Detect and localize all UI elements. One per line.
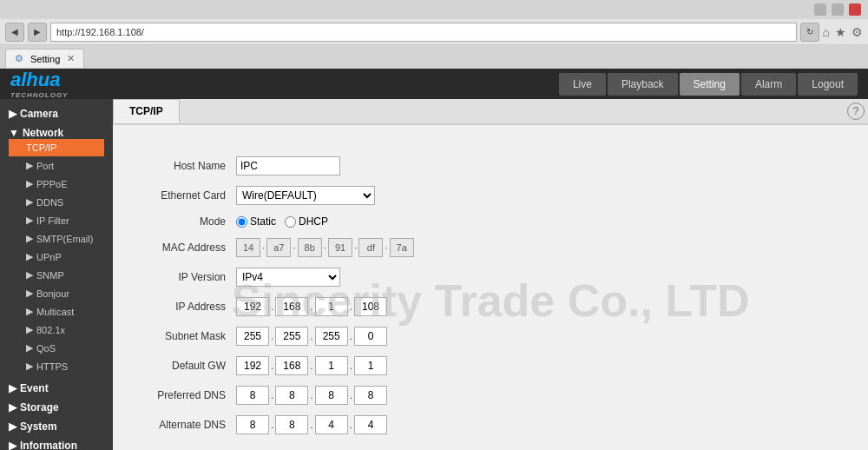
sidebar-item-smtp[interactable]: ▶ SMTP(Email) — [9, 229, 104, 248]
dns-2[interactable] — [315, 386, 348, 405]
browser-tab-setting[interactable]: ⚙ Setting ✕ — [5, 49, 84, 68]
close-btn[interactable] — [849, 3, 861, 16]
ethernet-select[interactable]: Wire(DEFAULT) — [236, 186, 375, 205]
gw-sep-2: . — [350, 360, 352, 372]
sidebar-item-tcpip[interactable]: TCP/IP — [9, 139, 104, 156]
qos-label: QoS — [36, 343, 56, 354]
sidebar-label-event[interactable]: ▶ Event — [9, 382, 104, 394]
mode-radio-group: Static DHCP — [236, 215, 849, 228]
subnet-group: . . . — [236, 327, 849, 346]
sidebar: ▶ Camera ▼ Network TCP/IP ▶ Port ▶ — [0, 99, 113, 450]
altdns-2[interactable] — [315, 415, 348, 434]
form-row-altdns: Alternate DNS . . . — [127, 414, 854, 436]
sidebar-section-event: ▶ Event — [0, 377, 113, 396]
nav-live[interactable]: Live — [559, 73, 606, 96]
back-button[interactable]: ◀ — [5, 23, 24, 42]
address-bar[interactable]: http://192.168.1.108/ — [50, 23, 797, 42]
sidebar-item-qos[interactable]: ▶ QoS — [9, 339, 104, 357]
mac-sep-0: · — [262, 242, 265, 254]
sidebar-item-https[interactable]: ▶ HTTPS — [9, 357, 104, 375]
altdns-0[interactable] — [236, 415, 269, 434]
dns-sep-1: . — [310, 389, 312, 401]
sidebar-item-ddns[interactable]: ▶ DDNS — [9, 193, 104, 211]
network-arrow-icon: ▼ — [9, 127, 19, 139]
arrow-icon: ▶ — [26, 342, 33, 354]
snmp-label: SNMP — [36, 270, 64, 281]
altdns-value-cell: . . . — [231, 414, 854, 436]
mac-sep-1: · — [293, 242, 295, 254]
mac-sep-4: · — [385, 242, 387, 254]
minimize-btn[interactable] — [814, 3, 826, 16]
sidebar-item-port[interactable]: ▶ Port — [9, 156, 104, 175]
form-row-ethernet: Ethernet Card Wire(DEFAULT) — [127, 184, 854, 207]
content-form: Host Name Ethernet Card Wire(DEFAULT) — [113, 139, 868, 450]
ip-2[interactable] — [315, 297, 348, 316]
refresh-button[interactable]: ↻ — [800, 23, 819, 42]
altdns-3[interactable] — [354, 415, 387, 434]
dhcp-radio[interactable] — [285, 216, 296, 228]
sidebar-label-info[interactable]: ▶ Information — [9, 440, 104, 450]
port-label: Port — [36, 161, 54, 171]
ipfilter-label: IP Filter — [36, 215, 69, 226]
tab-close-icon[interactable]: ✕ — [67, 53, 75, 64]
sidebar-item-multicast[interactable]: ▶ Multicast — [9, 302, 104, 321]
static-radio[interactable] — [236, 216, 247, 228]
sidebar-label-storage[interactable]: ▶ Storage — [9, 401, 104, 414]
mac-2 — [298, 238, 322, 257]
tools-icon[interactable]: ⚙ — [852, 25, 863, 39]
subnet-1[interactable] — [275, 327, 308, 346]
altdns-1[interactable] — [275, 415, 308, 434]
ipversion-label: IP Version — [127, 266, 231, 288]
dns-value-cell: . . . — [231, 384, 854, 407]
ip-0[interactable] — [236, 297, 269, 316]
dns-1[interactable] — [275, 386, 308, 405]
ip-1[interactable] — [275, 297, 308, 316]
arrow-icon: ▶ — [26, 178, 33, 189]
nav-alarm[interactable]: Alarm — [741, 73, 796, 96]
arrow-icon: ▶ — [26, 269, 33, 281]
gw-0[interactable] — [236, 356, 269, 375]
subnet-2[interactable] — [315, 327, 348, 346]
sidebar-item-bonjour[interactable]: ▶ Bonjour — [9, 284, 104, 302]
arrow-icon: ▶ — [26, 251, 33, 262]
subnet-0[interactable] — [236, 327, 269, 346]
gw-1[interactable] — [275, 356, 308, 375]
subnet-3[interactable] — [354, 327, 387, 346]
dns-0[interactable] — [236, 386, 269, 405]
sidebar-item-8021x[interactable]: ▶ 802.1x — [9, 321, 104, 339]
dns-3[interactable] — [354, 386, 387, 405]
mac-4 — [358, 238, 383, 257]
arrow-icon: ▶ — [26, 196, 33, 208]
ipversion-select[interactable]: IPv4 — [236, 268, 340, 287]
mac-group: · · · · · — [236, 238, 849, 257]
sidebar-item-pppoe[interactable]: ▶ PPPoE — [9, 175, 104, 193]
nav-setting[interactable]: Setting — [680, 73, 740, 96]
dns-sep-2: . — [350, 389, 352, 401]
gw-2[interactable] — [315, 356, 348, 375]
ip-3[interactable] — [354, 297, 387, 316]
forward-button[interactable]: ▶ — [28, 23, 47, 42]
sidebar-item-snmp[interactable]: ▶ SNMP — [9, 266, 104, 284]
tab-tcpip[interactable]: TCP/IP — [113, 99, 180, 123]
nav-playback[interactable]: Playback — [608, 73, 678, 96]
sidebar-item-upnp[interactable]: ▶ UPnP — [9, 248, 104, 266]
gw-group: . . . — [236, 356, 849, 375]
sidebar-label-camera[interactable]: ▶ Camera — [9, 108, 104, 120]
ipaddress-label: IP Address — [127, 295, 231, 318]
sidebar-label-system[interactable]: ▶ System — [9, 420, 104, 433]
hostname-input[interactable] — [236, 156, 340, 175]
sidebar-item-ipfilter[interactable]: ▶ IP Filter — [9, 211, 104, 229]
nav-logout[interactable]: Logout — [798, 73, 858, 96]
tab-title: Setting — [30, 54, 60, 64]
info-arrow-icon: ▶ — [9, 440, 16, 450]
maximize-btn[interactable] — [832, 3, 844, 16]
star-icon[interactable]: ★ — [835, 25, 846, 39]
sidebar-section-info: ▶ Information — [0, 434, 113, 450]
mac-label: MAC Address — [127, 236, 231, 259]
home-icon[interactable]: ⌂ — [823, 25, 830, 39]
altdns-sep-1: . — [310, 419, 312, 431]
sidebar-label-network[interactable]: ▼ Network — [9, 127, 104, 139]
help-icon[interactable]: ? — [847, 103, 865, 120]
subnet-label: Subnet Mask — [127, 325, 231, 347]
gw-3[interactable] — [354, 356, 387, 375]
